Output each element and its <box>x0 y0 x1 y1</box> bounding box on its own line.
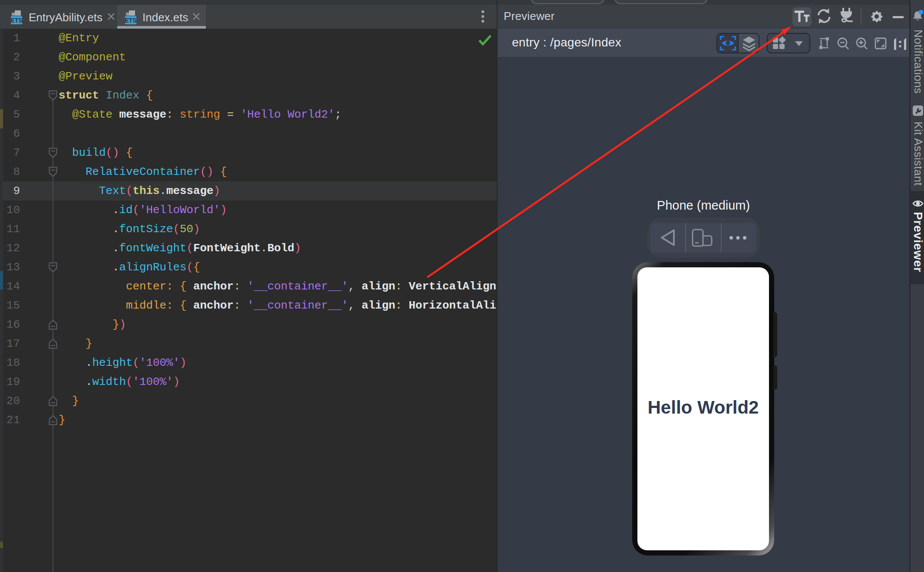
svg-text:ETS: ETS <box>10 17 22 24</box>
svg-text:ETS: ETS <box>125 17 136 24</box>
